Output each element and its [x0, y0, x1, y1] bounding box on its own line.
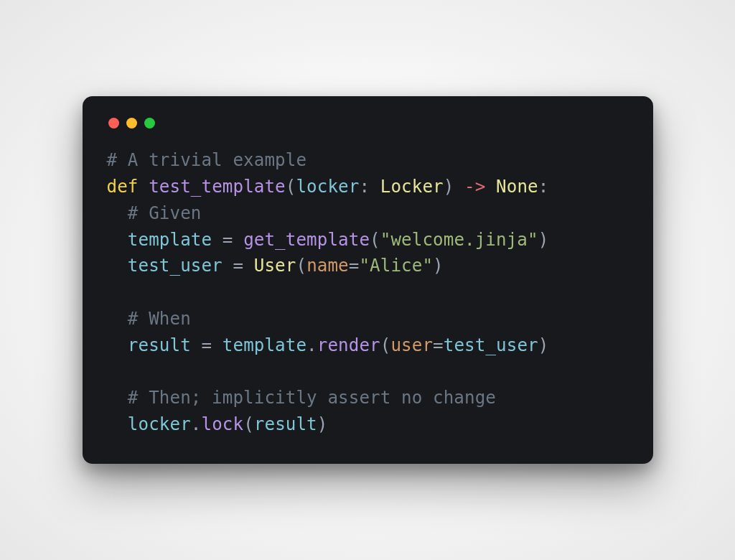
code-token: template	[223, 335, 306, 355]
code-token: :	[538, 177, 549, 197]
code-token: .	[306, 335, 317, 355]
code-token	[139, 177, 149, 197]
code-token: )	[433, 256, 444, 276]
code-token: user	[390, 335, 433, 355]
code-window: # A trivial example def test_template(lo…	[83, 96, 653, 464]
code-token: .	[191, 414, 202, 434]
code-token: # When	[128, 309, 191, 329]
code-token: None	[496, 177, 538, 197]
code-token: def	[107, 177, 139, 197]
code-token: # A trivial example	[107, 150, 307, 170]
code-token: (	[296, 256, 306, 276]
code-token: "welcome.jinja"	[380, 230, 538, 250]
stage: # A trivial example def test_template(lo…	[0, 0, 735, 560]
code-token: )	[538, 230, 549, 250]
code-token: result	[254, 414, 317, 434]
close-icon[interactable]	[108, 118, 119, 129]
code-token: )	[317, 414, 328, 434]
code-token: template	[128, 230, 212, 250]
code-token: name	[306, 256, 349, 276]
code-token: (	[243, 414, 254, 434]
code-token: get_template	[243, 230, 370, 250]
code-token: =	[223, 256, 254, 276]
code-token: test_user	[444, 335, 538, 355]
code-token: Locker	[380, 177, 444, 197]
code-token: (	[370, 230, 380, 250]
code-token: ->	[464, 177, 485, 197]
code-token: result	[128, 335, 191, 355]
code-token: test_user	[128, 256, 223, 276]
code-token: (	[380, 335, 391, 355]
code-token: render	[317, 335, 380, 355]
window-titlebar	[107, 115, 629, 147]
code-token: "Alice"	[359, 256, 433, 276]
code-token: =	[191, 335, 223, 355]
code-block: # A trivial example def test_template(lo…	[107, 147, 629, 438]
code-token: test_template	[149, 177, 286, 197]
code-token: User	[254, 256, 296, 276]
code-token: :	[359, 177, 380, 197]
code-token: )	[538, 335, 549, 355]
minimize-icon[interactable]	[126, 118, 137, 129]
code-token: =	[433, 335, 444, 355]
code-token: locker	[128, 414, 191, 434]
code-token: # Given	[128, 203, 202, 223]
zoom-icon[interactable]	[144, 118, 155, 129]
code-token: =	[349, 256, 360, 276]
code-token: locker	[296, 177, 359, 197]
code-token: )	[444, 177, 464, 197]
code-token: # Then; implicitly assert no change	[128, 388, 496, 408]
code-token: (	[286, 177, 296, 197]
code-token: =	[212, 230, 243, 250]
code-token: lock	[201, 414, 243, 434]
code-token	[485, 177, 496, 197]
